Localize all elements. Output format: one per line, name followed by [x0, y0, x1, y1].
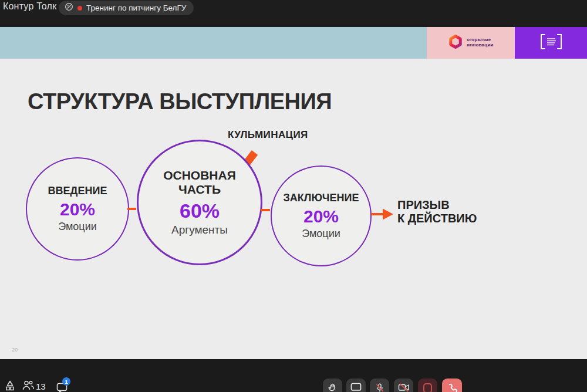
participants-icon[interactable]: [22, 380, 35, 392]
circle-percent: 20%: [60, 200, 95, 219]
raise-hand-button[interactable]: [323, 379, 342, 392]
circle-percent: 20%: [303, 207, 339, 227]
talk-logo-icon: [65, 2, 73, 13]
circle-main-part: ОСНОВНАЯ ЧАСТЬ 60% Аргументы: [137, 140, 262, 265]
arrow-right-icon: [371, 207, 393, 222]
bottom-toolbar: 13 1: [0, 359, 587, 392]
call-to-action-label: ПРИЗЫВ К ДЕЙСТВИЮ: [397, 198, 477, 225]
layout-shapes-icon[interactable]: [5, 380, 15, 392]
circle-subtitle: Эмоции: [302, 228, 340, 240]
stop-recording-button[interactable]: [418, 379, 437, 392]
stop-recording-icon: [423, 383, 432, 392]
meeting-pill[interactable]: Тренинг по питчингу БелГУ: [59, 1, 194, 15]
app-title: Контур Толк: [3, 1, 56, 12]
shared-screen-slide: открытые инновации СТРУКТУРА ВЫС: [0, 27, 587, 359]
circle-subtitle: Эмоции: [58, 221, 97, 233]
camera-muted-button[interactable]: [394, 379, 413, 392]
circle-heading: ВВЕДЕНИЕ: [48, 185, 107, 197]
circle-conclusion: ЗАКЛЮЧЕНИЕ 20% Эмоции: [271, 165, 372, 266]
connector-dash: [127, 208, 136, 210]
structure-diagram: КУЛЬМИНАЦИЯ ВВЕДЕНИЕ 20% Эмоции ОСНОВНАЯ…: [0, 27, 587, 359]
circle-percent: 60%: [180, 200, 220, 222]
meeting-title: Тренинг по питчингу БелГУ: [86, 4, 186, 12]
slide-page-number: 20: [12, 347, 18, 353]
circle-subtitle: Аргументы: [171, 224, 228, 236]
circle-heading: ЗАКЛЮЧЕНИЕ: [284, 192, 359, 204]
connector-dash: [261, 209, 270, 211]
microphone-muted-button[interactable]: [370, 379, 389, 392]
circle-introduction: ВВЕДЕНИЕ 20% Эмоции: [26, 157, 129, 261]
chat-unread-badge[interactable]: 1: [62, 377, 70, 386]
recording-dot: [77, 6, 82, 11]
app-window: Контур Толк Тренинг по питчингу БелГУ: [0, 0, 587, 392]
end-call-button[interactable]: [442, 379, 462, 392]
top-bar: Контур Толк Тренинг по питчингу БелГУ: [0, 0, 587, 27]
participants-count[interactable]: 13: [36, 381, 46, 391]
circle-heading: ОСНОВНАЯ ЧАСТЬ: [153, 168, 247, 197]
culmination-label: КУЛЬМИНАЦИЯ: [228, 129, 308, 141]
share-screen-button[interactable]: [346, 379, 366, 392]
